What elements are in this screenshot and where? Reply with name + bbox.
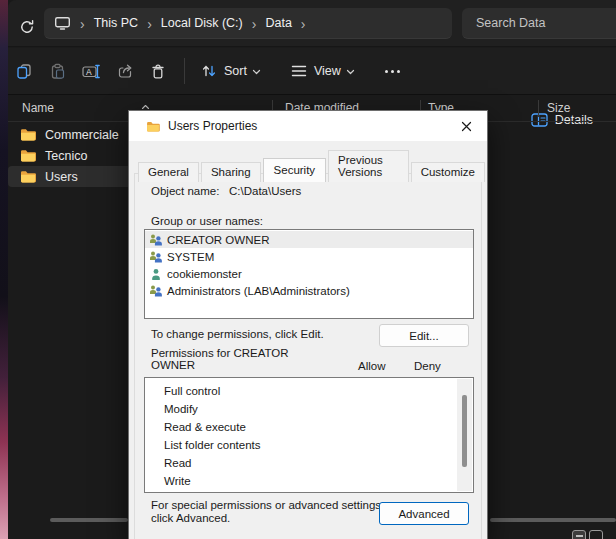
user-list-item[interactable]: cookiemonster [145,265,473,282]
permissions-list[interactable]: Full controlModifyRead & executeList fol… [144,377,474,493]
navigation-bar: ›This PC›Local Disk (C:)›Data› [8,0,616,47]
tab-customize[interactable]: Customize [411,162,485,182]
details-view-toggle-icon[interactable] [572,530,586,539]
refresh-icon[interactable] [16,16,38,38]
file-name: Users [45,170,78,184]
breadcrumb-chevron-icon[interactable]: › [301,16,306,31]
share-icon[interactable] [109,54,142,88]
object-name-value: C:\Data\Users [229,185,301,197]
user-icon [149,268,163,280]
permission-row[interactable]: Write [164,472,191,490]
sort-label: Sort [224,64,247,78]
breadcrumb-chevron-icon[interactable]: › [80,16,85,31]
breadcrumb-item[interactable]: This PC [94,16,138,30]
folder-icon [20,170,36,183]
breadcrumb-chevron-icon[interactable]: › [252,16,257,31]
user-name: CREATOR OWNER [167,234,269,246]
toolbar-separator [184,58,185,84]
horizontal-scrollbar[interactable] [490,518,616,522]
user-name: Administrators (LAB\Administrators) [167,285,350,297]
properties-dialog: Users Properties GeneralSharingSecurityP… [128,110,488,539]
permissions-for-label: Permissions for CREATOR OWNER [151,348,289,371]
edit-button[interactable]: Edit... [379,324,469,347]
group-user-names-list[interactable]: CREATOR OWNERSYSTEMcookiemonsterAdminist… [144,229,474,319]
rename-icon[interactable]: A [74,54,109,88]
horizontal-scrollbar[interactable] [50,518,128,522]
breadcrumb-chevron-icon[interactable]: › [147,16,152,31]
permission-row[interactable]: Modify [164,400,198,418]
edit-hint-text: To change permissions, click Edit. [151,328,324,340]
view-button[interactable]: View [283,54,363,88]
group-or-usernames-label: Group or user names: [151,215,263,227]
folder-icon [20,149,36,162]
close-icon[interactable] [453,114,479,138]
svg-text:A: A [86,66,92,76]
search-input[interactable] [462,16,616,30]
scrollbar-thumb[interactable] [462,395,467,467]
more-options-icon[interactable] [377,70,408,73]
chevron-down-icon [346,69,355,75]
dialog-titlebar: Users Properties [129,111,487,141]
dialog-title: Users Properties [168,119,257,133]
group-icon [149,251,163,263]
file-name: Tecnico [45,149,87,163]
permission-row[interactable]: Special permissions [164,490,266,493]
user-name: SYSTEM [167,251,214,263]
user-list-item[interactable]: CREATOR OWNER [145,231,473,248]
allow-column-label: Allow [358,360,385,372]
screen: ›This PC›Local Disk (C:)›Data› A [0,0,616,539]
advanced-button[interactable]: Advanced [379,502,469,525]
breadcrumb-item[interactable]: Data [265,16,291,30]
view-label: View [314,64,341,78]
dialog-tabs: GeneralSharingSecurityPrevious VersionsC… [138,150,487,182]
tab-security[interactable]: Security [263,158,327,182]
file-name: Commerciale [45,128,119,142]
permission-row[interactable]: Read & execute [164,418,246,436]
object-name-label: Object name: [151,185,219,197]
desktop-background-sliver [0,0,8,539]
tab-previous-versions[interactable]: Previous Versions [328,150,409,182]
chevron-down-icon [252,69,261,75]
column-header-name[interactable]: Name [22,101,54,115]
user-name: cookiemonster [167,268,242,280]
user-list-item[interactable]: SYSTEM [145,248,473,265]
copy-icon[interactable] [8,54,41,88]
tab-sharing[interactable]: Sharing [201,162,261,182]
permissions-scrollbar[interactable] [457,379,472,491]
group-icon [149,285,163,297]
permission-row[interactable]: Full control [164,382,220,400]
tab-general[interactable]: General [138,162,199,182]
breadcrumb-item[interactable]: Local Disk (C:) [161,16,243,30]
sort-button[interactable]: Sort [193,54,269,88]
command-toolbar: A Sort View [8,48,616,95]
thumbnail-view-toggle-icon[interactable] [589,530,603,539]
group-icon [149,234,163,246]
user-list-item[interactable]: Administrators (LAB\Administrators) [145,282,473,299]
delete-icon[interactable] [142,54,174,88]
paste-icon[interactable] [41,54,74,88]
deny-column-label: Deny [414,360,441,372]
breadcrumb[interactable]: ›This PC›Local Disk (C:)›Data› [44,8,452,39]
folder-icon [20,128,36,141]
permission-row[interactable]: List folder contents [164,436,261,454]
this-pc-icon [54,16,71,30]
search-box [462,8,616,39]
advanced-hint-text: For special permissions or advanced sett… [151,499,384,525]
permission-row[interactable]: Read [164,454,192,472]
column-header-size[interactable]: Size [547,101,570,115]
folder-icon [146,121,160,132]
